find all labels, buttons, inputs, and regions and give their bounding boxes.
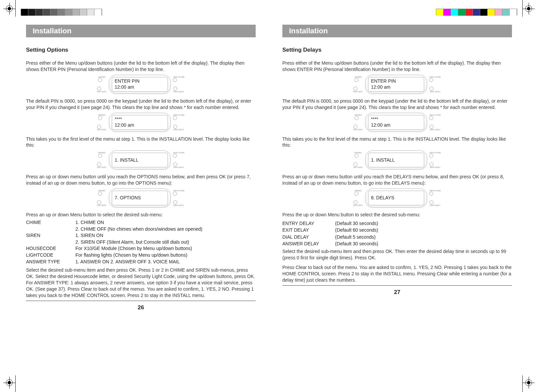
lcd-device: ARMED BATTERY 1. INSTALL ARM HOME ARM AW… (353, 150, 441, 170)
page-right: Installation Setting Delays Press either… (282, 25, 512, 311)
registration-marks-top (0, 5, 538, 13)
body-text: Press an up or down Menu button to selec… (26, 212, 256, 218)
led-label: ARMED (98, 76, 106, 78)
delay-value: (Default 30 seconds) (335, 220, 512, 227)
page-subhead: Setting Options (26, 47, 256, 53)
section-banner: Installation (282, 25, 512, 37)
menu-value: For X10/GE Module (Chosen by Menu up/dow… (75, 245, 256, 252)
color-swatches-gray (21, 9, 102, 15)
body-text: Press the up or down Menu button to sele… (282, 212, 512, 218)
lcd-line-1: 8. DELAYS (371, 195, 422, 201)
menu-value: 1. SIREN ON (75, 232, 256, 239)
lcd-device: ARMED BATTERY 1. INSTALL ARM HOME ARM AW… (97, 150, 185, 170)
delay-key: DIAL DELAY (282, 234, 332, 240)
delay-key: ENTRY DELAY (282, 220, 332, 227)
menu-key: LIGHTCODE (26, 252, 73, 259)
button-icon (173, 78, 177, 82)
lcd-line-1: ENTER PIN (115, 78, 165, 84)
menu-value: For flashing lights (Chosen by Menu up/d… (75, 252, 256, 259)
led-icon (97, 87, 101, 91)
page-number: 27 (282, 289, 512, 296)
registration-mark-icon (6, 379, 13, 386)
button-icon (173, 87, 177, 91)
menu-key: HOUSECODE (26, 245, 73, 252)
led-icon (98, 78, 102, 82)
lcd-line-1: 7. OPTIONS (115, 195, 165, 201)
lcd-line-1: **** (371, 116, 422, 122)
lcd-line-1: 1. INSTALL (115, 157, 165, 163)
led-label: ARM HOME (173, 76, 185, 78)
delay-value: (Default 30 seconds) (335, 240, 512, 247)
delay-value: (Default 60 seconds) (335, 227, 512, 233)
delay-value: (Default 5 seconds) (335, 234, 512, 240)
body-text: Press Clear to back out of the menu. You… (282, 264, 512, 283)
page-subhead: Setting Delays (282, 47, 512, 53)
registration-mark-icon (525, 5, 532, 12)
banner-title: Installation (289, 27, 328, 35)
lcd-line-1: ENTER PIN (371, 78, 422, 84)
options-menu-table: CHIME 1. CHIME ON 2. CHIME OFF (No chime… (26, 219, 256, 265)
body-text: This takes you to the first level of the… (26, 136, 256, 149)
body-text: Select the desired sub-menu item and the… (282, 248, 512, 261)
menu-key: CHIME (26, 219, 73, 226)
menu-key: ANSWER TYPE (26, 259, 73, 265)
section-banner: Installation (26, 25, 256, 37)
lcd-line-2: 12:00 am (371, 122, 422, 128)
body-text: Press an up or down menu button until yo… (282, 174, 512, 186)
menu-value: 1. ANSWER ON 2. ANSWER OFF 3. VOICE MAIL (75, 259, 256, 265)
body-text: The default PIN is 0000, so press 0000 o… (282, 98, 512, 111)
banner-title: Installation (33, 27, 71, 35)
lcd-device: ARMED BATTERY 8. DELAYS ARM HOME ARM AWA… (353, 188, 441, 208)
lcd-line-2: 12:00 am (371, 84, 422, 90)
registration-mark-icon (525, 379, 532, 386)
lcd-line-2: 12:00 am (115, 84, 165, 90)
page-number: 26 (26, 304, 256, 311)
lcd-line-1: 1. INSTALL (371, 157, 422, 163)
color-swatches-color (436, 9, 517, 15)
footer-rule (282, 285, 512, 286)
led-label: BATTERY (97, 91, 107, 93)
body-text: The default PIN is 0000, so press 0000 o… (26, 98, 256, 111)
body-text: This takes you to the first level of the… (282, 136, 512, 149)
lcd-device: ARMED BATTERY 7. OPTIONS ARM HOME ARM AW… (97, 188, 185, 208)
footer-rule (26, 301, 256, 301)
body-text: Press either of the Menu up/down buttons… (282, 60, 512, 73)
page-left: Installation Setting Options Press eithe… (26, 25, 256, 311)
lcd-device: ARMED BATTERY **** 12:00 am ARM HOME ARM… (97, 113, 185, 132)
menu-value: 2. SIREN OFF (Silent Alarm, but Console … (75, 239, 256, 246)
body-text: Press either of the Menu up/down buttons… (26, 60, 256, 73)
registration-mark-icon (6, 5, 13, 12)
menu-key: SIREN (26, 232, 73, 239)
delay-key: ANSWER DELAY (282, 240, 332, 247)
body-text: Press an up or down menu button until yo… (26, 174, 256, 186)
delays-table: ENTRY DELAY (Default 30 seconds) EXIT DE… (282, 220, 512, 247)
body-text: Select the desired sub-menu item and the… (26, 267, 256, 298)
lcd-line-2: 12:00 am (115, 122, 165, 128)
delay-key: EXIT DELAY (282, 227, 332, 233)
menu-value: 2. CHIME OFF (No chimes when doors/windo… (75, 226, 256, 233)
lcd-line-1: **** (115, 116, 165, 122)
led-label: ARM AWAY (173, 91, 184, 93)
lcd-device: ARMED BATTERY ENTER PIN 12:00 am ARM HOM… (353, 75, 441, 94)
registration-marks-bottom (0, 379, 538, 387)
lcd-device: ARMED BATTERY **** 12:00 am ARM HOME ARM… (353, 113, 441, 132)
menu-value: 1. CHIME ON (75, 219, 256, 226)
lcd-device: ARMED BATTERY ENTER PIN 12:00 am ARM HOM… (97, 75, 185, 94)
